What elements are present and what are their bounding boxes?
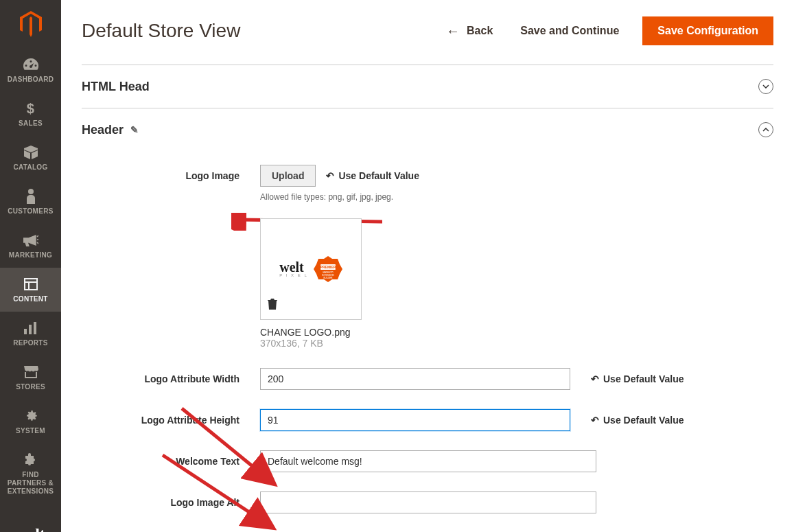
svg-point-0: [28, 189, 34, 194]
back-link[interactable]: ← Back: [432, 23, 506, 39]
field-welcome-text: Welcome Text: [82, 450, 773, 472]
back-arrow-icon: ←: [446, 23, 460, 39]
welcome-text-input[interactable]: [260, 450, 596, 472]
chevron-up-icon: [758, 122, 773, 137]
section-html-head: HTML Head: [82, 65, 773, 108]
welt-brand-logo: welt PIXEL: [0, 521, 61, 532]
megaphone-icon: [23, 232, 39, 248]
use-default-logo-image[interactable]: ↶ Use Default Value: [326, 170, 419, 181]
section-header-header[interactable]: Header ✎: [82, 108, 773, 151]
page-title: Default Store View: [82, 20, 432, 42]
gear-icon: [23, 408, 39, 424]
main-content: Default Store View ← Back Save and Conti…: [61, 0, 794, 532]
field-logo-height: Logo Attribute Height ↶ Use Default Valu…: [82, 409, 773, 431]
upload-button[interactable]: Upload: [260, 165, 316, 187]
logo-alt-input[interactable]: [260, 491, 596, 513]
pencil-icon: ✎: [130, 124, 139, 135]
sidebar: DASHBOARD $ SALES CATALOG CUSTOMERS MARK…: [0, 0, 61, 532]
save-configuration-button[interactable]: Save Configuration: [642, 16, 773, 45]
svg-text:PREMIER: PREMIER: [320, 265, 336, 269]
undo-icon: ↶: [591, 415, 599, 426]
logo-width-input[interactable]: [260, 368, 570, 390]
svg-rect-1: [25, 279, 37, 290]
svg-rect-5: [29, 325, 32, 334]
sidebar-item-reports[interactable]: REPORTS: [0, 312, 61, 356]
svg-text:BUILDER: BUILDER: [323, 277, 333, 279]
sidebar-item-sales[interactable]: $ SALES: [0, 92, 61, 136]
sidebar-item-system[interactable]: SYSTEM: [0, 400, 61, 443]
store-icon: [23, 364, 39, 380]
magento-logo[interactable]: [0, 0, 61, 48]
section-header: Header ✎ Logo Image Upload: [82, 108, 773, 513]
trash-icon[interactable]: [268, 299, 277, 312]
sidebar-item-marketing[interactable]: MARKETING: [0, 224, 61, 268]
use-default-logo-height[interactable]: ↶ Use Default Value: [591, 415, 684, 426]
section-header-html-head[interactable]: HTML Head: [82, 65, 773, 108]
gauge-icon: [23, 56, 39, 73]
svg-rect-4: [24, 329, 27, 334]
sidebar-item-catalog[interactable]: CATALOG: [0, 136, 61, 180]
sidebar-item-customers[interactable]: CUSTOMERS: [0, 180, 61, 224]
file-meta: 370x136, 7 KB: [260, 338, 686, 349]
upload-hint: Allowed file types: png, gif, jpg, jpeg.: [260, 192, 686, 202]
field-logo-alt: Logo Image Alt: [82, 491, 773, 513]
svg-rect-6: [34, 322, 36, 334]
undo-icon: ↶: [591, 373, 599, 384]
premier-badge-icon: PREMIER MAGENTO EXTENSION BUILDER: [314, 255, 342, 284]
box-icon: [23, 144, 39, 161]
sidebar-item-content[interactable]: CONTENT: [0, 268, 61, 312]
field-logo-width: Logo Attribute Width ↶ Use Default Value: [82, 368, 773, 390]
sidebar-item-dashboard[interactable]: DASHBOARD: [0, 48, 61, 92]
undo-icon: ↶: [326, 170, 334, 181]
sidebar-item-stores[interactable]: STORES: [0, 356, 61, 400]
field-logo-image: Logo Image Upload ↶ Use Default Value Al…: [82, 165, 773, 349]
dollar-icon: $: [23, 100, 39, 117]
file-name: CHANGE LOGO.png: [260, 327, 686, 338]
sidebar-item-partners[interactable]: FIND PARTNERS & EXTENSIONS: [0, 443, 61, 504]
logo-height-input[interactable]: [260, 409, 570, 431]
page-header: Default Store View ← Back Save and Conti…: [82, 0, 773, 65]
save-continue-button[interactable]: Save and Continue: [506, 18, 633, 44]
use-default-logo-width[interactable]: ↶ Use Default Value: [591, 373, 684, 384]
chevron-down-icon: [758, 79, 773, 94]
layout-icon: [23, 276, 39, 292]
person-icon: [23, 188, 39, 205]
puzzle-icon: [23, 452, 39, 468]
bars-icon: [23, 320, 39, 336]
logo-thumbnail[interactable]: welt P I X E L PREMIER MAGENTO EXTENSION: [260, 218, 362, 320]
